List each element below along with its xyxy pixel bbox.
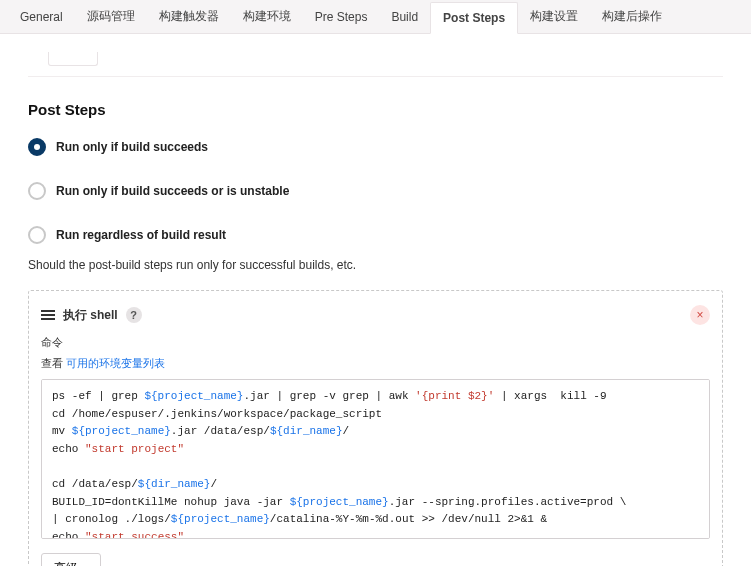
radio-label-unstable: Run only if build succeeds or is unstabl… [56,184,289,198]
radio-label-regardless: Run regardless of build result [56,228,226,242]
config-tabs: General 源码管理 构建触发器 构建环境 Pre Steps Build … [0,0,751,34]
code-var: ${project_name} [171,513,270,525]
tab-build-environment[interactable]: 构建环境 [231,0,303,33]
tab-build[interactable]: Build [379,2,430,32]
tab-general[interactable]: General [8,2,75,32]
tab-source-code[interactable]: 源码管理 [75,0,147,33]
code-text: / [210,478,217,490]
code-text: BUILD_ID=dontKillMe nohup java -jar [52,496,290,508]
radio-label-success: Run only if build succeeds [56,140,208,154]
collapsed-control[interactable] [48,52,98,66]
code-var: ${project_name} [72,425,171,437]
code-text: | xargs kill -9 [494,390,606,402]
code-str: '{print $2}' [415,390,494,402]
section-title: Post Steps [28,101,723,118]
tab-build-triggers[interactable]: 构建触发器 [147,0,231,33]
help-icon[interactable]: ? [126,307,142,323]
code-text: cd /data/esp/ [52,478,138,490]
code-text: echo [52,443,85,455]
code-text: /catalina-%Y-%m-%d.out >> /dev/null 2>&1… [270,513,547,525]
radio-row-unstable[interactable]: Run only if build succeeds or is unstabl… [28,182,723,200]
remove-step-button[interactable]: × [690,305,710,325]
code-text: .jar | grep -v grep | awk [243,390,415,402]
shell-step-panel: 执行 shell ? × 命令 查看 可用的环境变量列表 ps -ef | gr… [28,290,723,566]
shell-title: 执行 shell [63,307,118,324]
code-var: ${dir_name} [138,478,211,490]
tab-build-settings[interactable]: 构建设置 [518,0,590,33]
shell-header: 执行 shell ? × [41,305,710,325]
code-str: "start success" [85,531,184,539]
command-label: 命令 [41,335,710,350]
radio-row-success[interactable]: Run only if build succeeds [28,138,723,156]
tab-post-build-actions[interactable]: 构建后操作 [590,0,674,33]
code-text: / [343,425,350,437]
radio-regardless[interactable] [28,226,46,244]
radio-row-regardless[interactable]: Run regardless of build result [28,226,723,244]
code-str: "start project" [85,443,184,455]
env-vars-link-row: 查看 可用的环境变量列表 [41,356,710,371]
content-area: Post Steps Run only if build succeeds Ru… [0,34,751,566]
link-prefix: 查看 [41,357,63,369]
code-text: .jar --spring.profiles.active=prod \ [389,496,627,508]
tab-post-steps[interactable]: Post Steps [430,2,518,34]
help-text: Should the post-build steps run only for… [28,258,723,272]
radio-unstable[interactable] [28,182,46,200]
radio-success[interactable] [28,138,46,156]
code-text: mv [52,425,72,437]
section-separator [28,76,723,77]
code-var: ${project_name} [144,390,243,402]
tab-pre-steps[interactable]: Pre Steps [303,2,380,32]
code-text: .jar /data/esp/ [171,425,270,437]
code-var: ${dir_name} [270,425,343,437]
shell-command-textarea[interactable]: ps -ef | grep ${project_name}.jar | grep… [41,379,710,539]
advanced-button[interactable]: 高级... [41,553,101,566]
code-text: ps -ef | grep [52,390,144,402]
env-vars-link[interactable]: 可用的环境变量列表 [66,357,165,369]
drag-handle-icon[interactable] [41,310,55,320]
code-text: echo [52,531,85,539]
code-text: | cronolog ./logs/ [52,513,171,525]
code-var: ${project_name} [290,496,389,508]
code-text: cd /home/espuser/.jenkins/workspace/pack… [52,408,382,420]
